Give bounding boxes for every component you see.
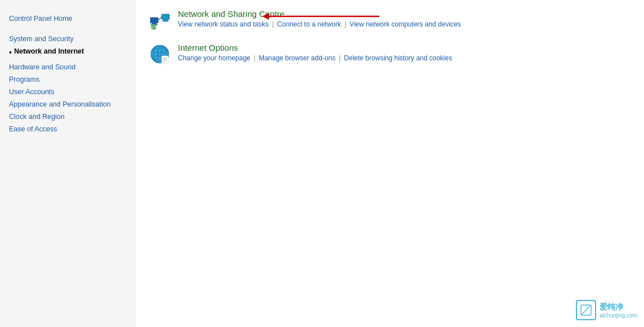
network-sharing-section: Network and Sharing Centre View network … xyxy=(149,9,630,32)
sidebar-home-link[interactable]: Control Panel Home xyxy=(9,12,135,25)
sidebar-item-network-internet-active: • Network and Internet xyxy=(9,45,135,61)
sep1: | xyxy=(272,20,274,28)
svg-line-6 xyxy=(158,17,162,20)
sidebar-item-clock-region[interactable]: Clock and Region xyxy=(9,111,135,123)
main-content: Network and Sharing Centre View network … xyxy=(135,0,644,327)
active-bullet: • xyxy=(9,47,12,59)
internet-options-section: Internet Options Change your homepage | … xyxy=(149,43,630,65)
watermark-text: 爱纯净 aichunjing.com xyxy=(600,302,637,319)
network-sharing-title[interactable]: Network and Sharing Centre xyxy=(178,9,461,19)
sidebar-item-user-accounts[interactable]: User Accounts xyxy=(9,86,135,98)
sep3: | xyxy=(254,54,256,62)
internet-options-links: Change your homepage | Manage browser ad… xyxy=(178,54,452,62)
change-homepage-link[interactable]: Change your homepage xyxy=(178,54,251,62)
watermark-chinese: 爱纯净 xyxy=(600,302,637,312)
svg-rect-3 xyxy=(162,14,169,20)
watermark-logo xyxy=(576,300,596,320)
sidebar-item-network-internet-label[interactable]: Network and Internet xyxy=(14,47,84,55)
network-sharing-links: View network status and tasks | Connect … xyxy=(178,20,461,28)
sep2: | xyxy=(345,20,346,28)
view-network-computers-link[interactable]: View network computers and devices xyxy=(350,20,461,28)
svg-rect-1 xyxy=(152,23,156,24)
network-sharing-content: Network and Sharing Centre View network … xyxy=(178,9,461,28)
svg-line-22 xyxy=(582,306,590,314)
svg-rect-0 xyxy=(150,17,158,23)
view-network-status-link[interactable]: View network status and tasks xyxy=(178,20,269,28)
sidebar-item-programs[interactable]: Programs xyxy=(9,73,135,86)
sidebar: Control Panel Home System and Security •… xyxy=(0,0,135,327)
manage-browser-addons-link[interactable]: Manage browser add-ons xyxy=(259,54,336,62)
sep4: | xyxy=(339,54,341,62)
connect-to-network-link[interactable]: Connect to a network xyxy=(277,20,341,28)
watermark: 爱纯净 aichunjing.com xyxy=(576,300,637,320)
internet-options-content: Internet Options Change your homepage | … xyxy=(178,43,452,62)
sidebar-item-system-security[interactable]: System and Security xyxy=(9,33,135,45)
svg-rect-5 xyxy=(162,21,169,22)
watermark-site: aichunjing.com xyxy=(600,312,637,319)
network-sharing-icon xyxy=(149,9,171,32)
internet-options-icon xyxy=(149,43,171,65)
svg-rect-4 xyxy=(163,20,168,21)
internet-options-title[interactable]: Internet Options xyxy=(178,43,452,52)
delete-browsing-history-link[interactable]: Delete browsing history and cookies xyxy=(344,54,452,62)
control-panel-window: Control Panel Home System and Security •… xyxy=(0,0,644,327)
sidebar-item-ease-of-access[interactable]: Ease of Access xyxy=(9,123,135,135)
sidebar-item-appearance[interactable]: Appearance and Personalisation xyxy=(9,98,135,111)
sidebar-item-hardware-sound[interactable]: Hardware and Sound xyxy=(9,61,135,73)
